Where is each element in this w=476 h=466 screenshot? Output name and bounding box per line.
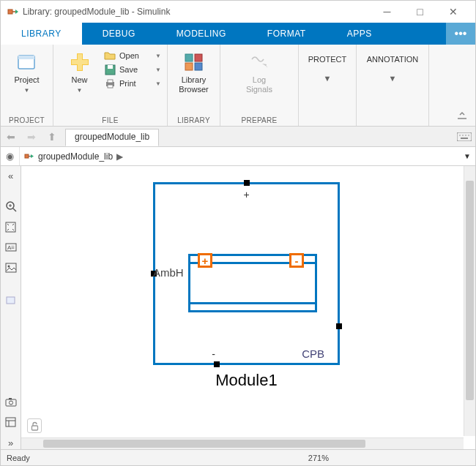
scrollbar-vertical[interactable] (464, 166, 475, 436)
svg-rect-34 (6, 399, 16, 406)
svg-rect-0 (8, 10, 12, 14)
svg-rect-15 (195, 63, 202, 70)
image-tool-button[interactable] (4, 261, 18, 274)
annotation-dropdown[interactable]: ANNOTATION ▼ (362, 48, 423, 92)
annotation-tool-button[interactable]: A≡ (4, 241, 18, 254)
project-button[interactable]: Project▼ (7, 48, 47, 94)
tab-library[interactable]: LIBRARY (1, 23, 82, 45)
group-annotation: ANNOTATION ▼ (357, 45, 429, 126)
save-button[interactable]: Save▼ (104, 64, 161, 75)
canvas[interactable]: + - AmbH CPB + - Module1 (21, 166, 475, 449)
svg-rect-10 (108, 80, 113, 83)
maximize-button[interactable]: □ (404, 1, 436, 23)
svg-text:A≡: A≡ (7, 244, 15, 251)
hide-browser-button[interactable]: « (4, 169, 18, 182)
svg-rect-28 (6, 222, 15, 232)
model-browser-button[interactable] (4, 416, 18, 429)
minimize-button[interactable]: ─ (371, 1, 404, 23)
svg-rect-8 (108, 65, 113, 69)
palette: « A≡ » (1, 166, 21, 449)
tab-apps[interactable]: APPS (327, 23, 393, 45)
tab-debug[interactable]: DEBUG (82, 23, 156, 45)
canvas-container: + - AmbH CPB + - Module1 (21, 166, 475, 449)
scrollbar-horizontal[interactable] (21, 437, 464, 449)
library-browser-icon (182, 50, 206, 74)
nav-forward-button[interactable]: ➡ (21, 127, 42, 146)
group-file: New▼ Open▼ Save▼ Print▼ (53, 45, 168, 126)
show-more-button[interactable]: » (4, 436, 18, 449)
print-button[interactable]: Print▼ (104, 78, 161, 89)
svg-rect-31 (6, 263, 16, 272)
status-bar: Ready 271% (1, 449, 475, 465)
breadcrumb-item[interactable]: groupedModule_lib ▶ (20, 147, 127, 165)
battery-icon: + - (188, 254, 317, 312)
group-project: Project▼ PROJECT (1, 45, 53, 126)
svg-point-20 (465, 135, 466, 136)
svg-line-25 (13, 208, 16, 211)
nav-up-button[interactable]: ⬆ (42, 127, 62, 146)
svg-rect-22 (461, 138, 468, 139)
app-icon (7, 6, 18, 18)
module-block[interactable]: + - AmbH CPB + - (153, 182, 340, 365)
port-cpb-label: CPB (302, 347, 324, 360)
unlock-library-button[interactable] (27, 418, 42, 433)
open-button[interactable]: Open▼ (104, 50, 161, 61)
titlebar: Library: groupedModule_lib - Simulink ─ … (1, 1, 475, 23)
svg-rect-16 (457, 132, 472, 141)
terminal-plus-icon: + (198, 253, 212, 268)
tab-more-button[interactable]: ••• (446, 23, 475, 45)
svg-point-19 (462, 135, 464, 136)
group-protect: PROTECT ▼ (299, 45, 357, 126)
save-icon (104, 64, 116, 75)
group-library: Library Browser LIBRARY (168, 45, 220, 126)
selection-handle[interactable] (244, 180, 250, 186)
block-name-label[interactable]: Module1 (153, 371, 340, 390)
svg-rect-14 (185, 63, 193, 70)
port-plus-label: + (243, 189, 249, 200)
svg-rect-2 (18, 56, 34, 59)
new-icon (68, 50, 92, 74)
selection-handle[interactable] (214, 361, 220, 367)
print-icon (104, 78, 116, 89)
model-tab[interactable]: groupedModule_lib (65, 129, 159, 146)
folder-open-icon (104, 50, 116, 61)
port-ambh-label: AmbH (153, 266, 184, 279)
app-window: Library: groupedModule_lib - Simulink ─ … (0, 0, 476, 466)
breadcrumb-dropdown[interactable]: ▼ (459, 152, 475, 160)
selection-handle[interactable] (336, 323, 342, 329)
terminal-minus-icon: - (289, 253, 304, 268)
close-button[interactable]: ✕ (436, 1, 469, 23)
status-text: Ready (7, 454, 30, 462)
svg-rect-12 (185, 54, 193, 61)
area-tool-button[interactable] (4, 293, 18, 307)
keyboard-icon[interactable]: <线/> (453, 127, 475, 146)
new-button[interactable]: New▼ (59, 48, 100, 94)
log-signals-button: Log Signals (226, 48, 292, 94)
fit-view-button[interactable] (4, 220, 18, 233)
svg-rect-33 (7, 297, 15, 304)
svg-rect-23 (25, 154, 29, 158)
svg-rect-40 (31, 426, 37, 430)
screenshot-button[interactable] (4, 395, 18, 408)
ribbon-tabs: LIBRARY DEBUG MODELING FORMAT APPS ••• (1, 23, 475, 45)
model-icon (24, 152, 34, 161)
svg-point-32 (7, 266, 10, 268)
log-signals-icon (248, 50, 271, 74)
work-area: « A≡ » + - AmbH (1, 166, 475, 449)
window-title: Library: groupedModule_lib - Simulink (23, 7, 170, 17)
ribbon-collapse-button[interactable] (456, 45, 475, 126)
zoom-tool-button[interactable] (4, 200, 18, 213)
library-browser-button[interactable]: Library Browser (174, 48, 214, 94)
svg-point-18 (459, 135, 461, 136)
svg-point-21 (468, 135, 469, 136)
svg-rect-11 (108, 85, 113, 88)
svg-rect-36 (9, 398, 12, 399)
nav-back-button[interactable]: ⬅ (1, 127, 21, 146)
protect-dropdown[interactable]: PROTECT ▼ (305, 48, 350, 92)
zoom-level[interactable]: 271% (308, 454, 329, 462)
tab-modeling[interactable]: MODELING (156, 23, 247, 45)
breadcrumb-root-button[interactable]: ◉ (1, 147, 20, 165)
port-minus-label: - (212, 348, 215, 360)
group-prepare: Log Signals PREPARE (220, 45, 299, 126)
tab-format[interactable]: FORMAT (247, 23, 327, 45)
